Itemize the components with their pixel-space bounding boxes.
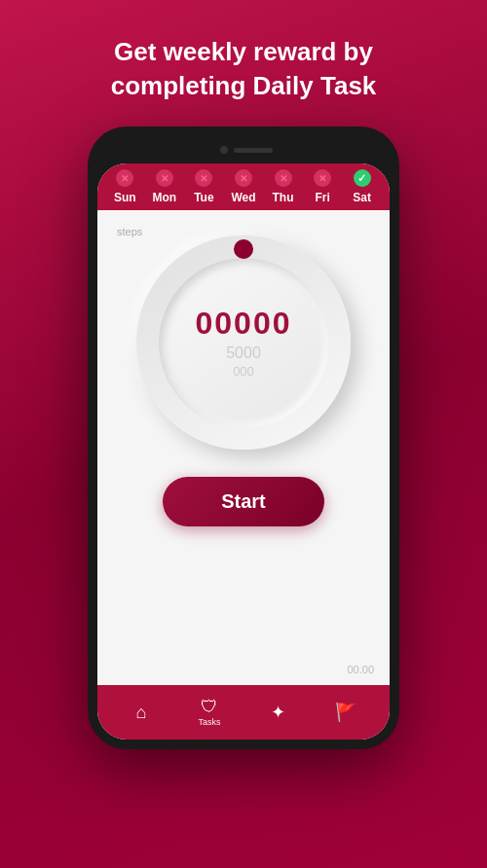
day-icon-sun: ✕ bbox=[107, 169, 142, 187]
day-icon-tue: ✕ bbox=[186, 169, 221, 187]
start-button[interactable]: Start bbox=[163, 477, 324, 526]
time-display: 00.00 bbox=[347, 664, 374, 675]
phone-top-bar bbox=[97, 136, 390, 163]
x-icon-mon: ✕ bbox=[156, 169, 173, 187]
day-label-thu: Thu bbox=[266, 191, 301, 210]
x-icon-sun: ✕ bbox=[116, 169, 133, 187]
outer-ring: 00000 5000 000 bbox=[136, 235, 351, 450]
header-line2: completing Daily Task bbox=[111, 71, 377, 100]
phone-shell: ✕ ✕ ✕ ✕ ✕ ✕ ✓ bbox=[88, 127, 399, 749]
phone-screen: ✕ ✕ ✕ ✕ ✕ ✕ ✓ bbox=[97, 163, 390, 740]
nav-item-home[interactable]: ⌂ bbox=[117, 704, 166, 721]
circle-container: 00000 5000 000 bbox=[136, 235, 351, 450]
nav-item-fan[interactable]: ✦ bbox=[253, 704, 302, 721]
nav-item-tasks[interactable]: 🛡 Tasks bbox=[185, 698, 234, 727]
flag-icon: 🚩 bbox=[335, 704, 356, 721]
speaker-bar bbox=[234, 148, 273, 153]
nav-item-flag[interactable]: 🚩 bbox=[321, 704, 370, 721]
inner-circle: 00000 5000 000 bbox=[159, 258, 329, 428]
check-icon-sat: ✓ bbox=[354, 169, 371, 187]
home-icon: ⌂ bbox=[136, 704, 147, 721]
tasks-label: Tasks bbox=[198, 717, 220, 727]
counter-sub2: 000 bbox=[233, 364, 254, 379]
days-labels-row: Sun Mon Tue Wed Thu Fri Sat bbox=[105, 191, 382, 210]
tasks-icon: 🛡 bbox=[201, 698, 218, 715]
day-label-fri: Fri bbox=[305, 191, 340, 210]
x-icon-tue: ✕ bbox=[195, 169, 212, 187]
counter-main: 00000 bbox=[196, 307, 292, 339]
main-content: steps 00000 5000 000 Start 00.00 bbox=[97, 210, 390, 685]
x-icon-thu: ✕ bbox=[275, 169, 292, 187]
day-label-sun: Sun bbox=[107, 191, 142, 210]
x-icon-fri: ✕ bbox=[314, 169, 331, 187]
counter-sub1: 5000 bbox=[226, 344, 261, 362]
header-line1: Get weekly reward by bbox=[114, 37, 373, 66]
day-icon-thu: ✕ bbox=[266, 169, 301, 187]
day-icon-sat: ✓ bbox=[345, 169, 380, 187]
day-icon-mon: ✕ bbox=[147, 169, 182, 187]
day-label-tue: Tue bbox=[186, 191, 221, 210]
days-icons-row: ✕ ✕ ✕ ✕ ✕ ✕ ✓ bbox=[105, 169, 382, 187]
dot-indicator bbox=[234, 239, 253, 259]
day-icon-fri: ✕ bbox=[305, 169, 340, 187]
days-bar: ✕ ✕ ✕ ✕ ✕ ✕ ✓ bbox=[97, 163, 390, 210]
bottom-nav: ⌂ 🛡 Tasks ✦ 🚩 bbox=[97, 685, 390, 740]
day-label-sat: Sat bbox=[345, 191, 380, 210]
day-icon-wed: ✕ bbox=[226, 169, 261, 187]
day-label-wed: Wed bbox=[226, 191, 261, 210]
camera-dot bbox=[220, 146, 228, 154]
fan-icon: ✦ bbox=[271, 704, 285, 721]
header-text: Get weekly reward by completing Daily Ta… bbox=[72, 0, 416, 127]
x-icon-wed: ✕ bbox=[235, 169, 252, 187]
day-label-mon: Mon bbox=[147, 191, 182, 210]
